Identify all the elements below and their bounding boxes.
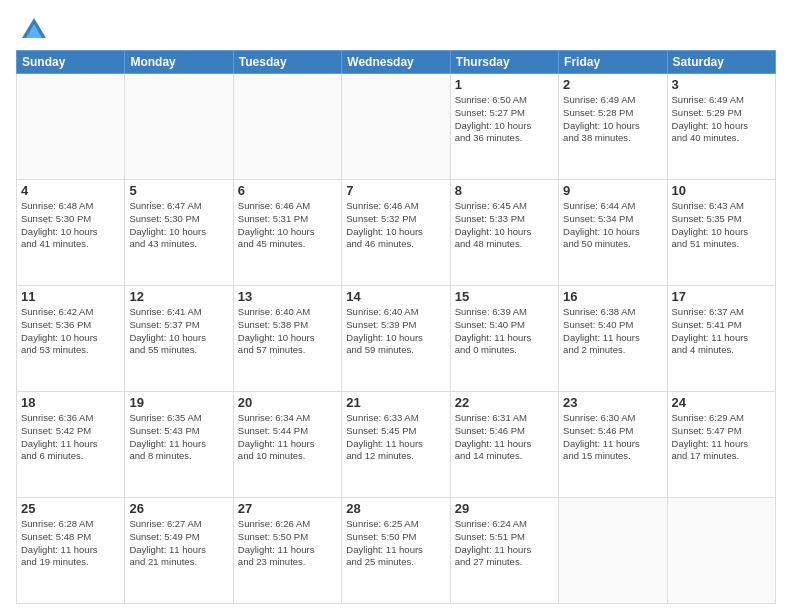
- calendar-cell: 27Sunrise: 6:26 AM Sunset: 5:50 PM Dayli…: [233, 498, 341, 604]
- day-info: Sunrise: 6:40 AM Sunset: 5:38 PM Dayligh…: [238, 306, 337, 357]
- calendar-cell: 1Sunrise: 6:50 AM Sunset: 5:27 PM Daylig…: [450, 74, 558, 180]
- day-info: Sunrise: 6:46 AM Sunset: 5:32 PM Dayligh…: [346, 200, 445, 251]
- calendar-cell: [559, 498, 667, 604]
- day-info: Sunrise: 6:36 AM Sunset: 5:42 PM Dayligh…: [21, 412, 120, 463]
- calendar-cell: 18Sunrise: 6:36 AM Sunset: 5:42 PM Dayli…: [17, 392, 125, 498]
- day-number: 9: [563, 183, 662, 198]
- day-info: Sunrise: 6:49 AM Sunset: 5:29 PM Dayligh…: [672, 94, 771, 145]
- day-number: 7: [346, 183, 445, 198]
- day-info: Sunrise: 6:40 AM Sunset: 5:39 PM Dayligh…: [346, 306, 445, 357]
- calendar-cell: [667, 498, 775, 604]
- day-number: 3: [672, 77, 771, 92]
- calendar-weekday-wednesday: Wednesday: [342, 51, 450, 74]
- calendar-weekday-monday: Monday: [125, 51, 233, 74]
- day-number: 24: [672, 395, 771, 410]
- calendar-cell: 19Sunrise: 6:35 AM Sunset: 5:43 PM Dayli…: [125, 392, 233, 498]
- day-number: 19: [129, 395, 228, 410]
- calendar-weekday-sunday: Sunday: [17, 51, 125, 74]
- calendar-cell: 7Sunrise: 6:46 AM Sunset: 5:32 PM Daylig…: [342, 180, 450, 286]
- calendar-cell: [233, 74, 341, 180]
- calendar-cell: 3Sunrise: 6:49 AM Sunset: 5:29 PM Daylig…: [667, 74, 775, 180]
- calendar-cell: 20Sunrise: 6:34 AM Sunset: 5:44 PM Dayli…: [233, 392, 341, 498]
- calendar-weekday-friday: Friday: [559, 51, 667, 74]
- day-number: 14: [346, 289, 445, 304]
- day-info: Sunrise: 6:42 AM Sunset: 5:36 PM Dayligh…: [21, 306, 120, 357]
- calendar-week-row-3: 18Sunrise: 6:36 AM Sunset: 5:42 PM Dayli…: [17, 392, 776, 498]
- day-number: 17: [672, 289, 771, 304]
- day-number: 10: [672, 183, 771, 198]
- day-info: Sunrise: 6:50 AM Sunset: 5:27 PM Dayligh…: [455, 94, 554, 145]
- day-number: 23: [563, 395, 662, 410]
- day-info: Sunrise: 6:33 AM Sunset: 5:45 PM Dayligh…: [346, 412, 445, 463]
- calendar-cell: 15Sunrise: 6:39 AM Sunset: 5:40 PM Dayli…: [450, 286, 558, 392]
- day-info: Sunrise: 6:26 AM Sunset: 5:50 PM Dayligh…: [238, 518, 337, 569]
- calendar-cell: 21Sunrise: 6:33 AM Sunset: 5:45 PM Dayli…: [342, 392, 450, 498]
- calendar-cell: 6Sunrise: 6:46 AM Sunset: 5:31 PM Daylig…: [233, 180, 341, 286]
- day-info: Sunrise: 6:31 AM Sunset: 5:46 PM Dayligh…: [455, 412, 554, 463]
- day-number: 18: [21, 395, 120, 410]
- calendar-week-row-4: 25Sunrise: 6:28 AM Sunset: 5:48 PM Dayli…: [17, 498, 776, 604]
- day-number: 4: [21, 183, 120, 198]
- day-info: Sunrise: 6:46 AM Sunset: 5:31 PM Dayligh…: [238, 200, 337, 251]
- day-info: Sunrise: 6:49 AM Sunset: 5:28 PM Dayligh…: [563, 94, 662, 145]
- calendar-cell: 2Sunrise: 6:49 AM Sunset: 5:28 PM Daylig…: [559, 74, 667, 180]
- calendar-weekday-thursday: Thursday: [450, 51, 558, 74]
- calendar-cell: 10Sunrise: 6:43 AM Sunset: 5:35 PM Dayli…: [667, 180, 775, 286]
- day-info: Sunrise: 6:37 AM Sunset: 5:41 PM Dayligh…: [672, 306, 771, 357]
- calendar-cell: [342, 74, 450, 180]
- calendar-cell: 11Sunrise: 6:42 AM Sunset: 5:36 PM Dayli…: [17, 286, 125, 392]
- logo-icon: [20, 16, 48, 44]
- calendar-cell: 22Sunrise: 6:31 AM Sunset: 5:46 PM Dayli…: [450, 392, 558, 498]
- calendar-cell: 28Sunrise: 6:25 AM Sunset: 5:50 PM Dayli…: [342, 498, 450, 604]
- header: [16, 12, 776, 44]
- day-number: 20: [238, 395, 337, 410]
- day-info: Sunrise: 6:44 AM Sunset: 5:34 PM Dayligh…: [563, 200, 662, 251]
- day-number: 26: [129, 501, 228, 516]
- calendar-cell: 9Sunrise: 6:44 AM Sunset: 5:34 PM Daylig…: [559, 180, 667, 286]
- day-number: 6: [238, 183, 337, 198]
- day-number: 13: [238, 289, 337, 304]
- day-info: Sunrise: 6:29 AM Sunset: 5:47 PM Dayligh…: [672, 412, 771, 463]
- calendar-cell: 29Sunrise: 6:24 AM Sunset: 5:51 PM Dayli…: [450, 498, 558, 604]
- day-info: Sunrise: 6:39 AM Sunset: 5:40 PM Dayligh…: [455, 306, 554, 357]
- day-number: 25: [21, 501, 120, 516]
- day-number: 2: [563, 77, 662, 92]
- day-number: 28: [346, 501, 445, 516]
- day-number: 16: [563, 289, 662, 304]
- day-info: Sunrise: 6:24 AM Sunset: 5:51 PM Dayligh…: [455, 518, 554, 569]
- day-number: 1: [455, 77, 554, 92]
- calendar-cell: 26Sunrise: 6:27 AM Sunset: 5:49 PM Dayli…: [125, 498, 233, 604]
- calendar-cell: 25Sunrise: 6:28 AM Sunset: 5:48 PM Dayli…: [17, 498, 125, 604]
- day-number: 8: [455, 183, 554, 198]
- day-number: 27: [238, 501, 337, 516]
- day-number: 11: [21, 289, 120, 304]
- day-number: 12: [129, 289, 228, 304]
- calendar-cell: 24Sunrise: 6:29 AM Sunset: 5:47 PM Dayli…: [667, 392, 775, 498]
- day-info: Sunrise: 6:45 AM Sunset: 5:33 PM Dayligh…: [455, 200, 554, 251]
- day-number: 22: [455, 395, 554, 410]
- calendar-cell: 16Sunrise: 6:38 AM Sunset: 5:40 PM Dayli…: [559, 286, 667, 392]
- calendar-table: SundayMondayTuesdayWednesdayThursdayFrid…: [16, 50, 776, 604]
- logo: [16, 16, 48, 44]
- day-number: 29: [455, 501, 554, 516]
- calendar-cell: [17, 74, 125, 180]
- calendar-week-row-2: 11Sunrise: 6:42 AM Sunset: 5:36 PM Dayli…: [17, 286, 776, 392]
- day-info: Sunrise: 6:48 AM Sunset: 5:30 PM Dayligh…: [21, 200, 120, 251]
- day-number: 15: [455, 289, 554, 304]
- calendar-weekday-saturday: Saturday: [667, 51, 775, 74]
- day-number: 21: [346, 395, 445, 410]
- day-info: Sunrise: 6:27 AM Sunset: 5:49 PM Dayligh…: [129, 518, 228, 569]
- day-info: Sunrise: 6:35 AM Sunset: 5:43 PM Dayligh…: [129, 412, 228, 463]
- calendar-header-row: SundayMondayTuesdayWednesdayThursdayFrid…: [17, 51, 776, 74]
- calendar-cell: 4Sunrise: 6:48 AM Sunset: 5:30 PM Daylig…: [17, 180, 125, 286]
- page: SundayMondayTuesdayWednesdayThursdayFrid…: [0, 0, 792, 612]
- calendar-cell: 13Sunrise: 6:40 AM Sunset: 5:38 PM Dayli…: [233, 286, 341, 392]
- calendar-cell: 5Sunrise: 6:47 AM Sunset: 5:30 PM Daylig…: [125, 180, 233, 286]
- calendar-cell: [125, 74, 233, 180]
- day-info: Sunrise: 6:28 AM Sunset: 5:48 PM Dayligh…: [21, 518, 120, 569]
- calendar-week-row-1: 4Sunrise: 6:48 AM Sunset: 5:30 PM Daylig…: [17, 180, 776, 286]
- day-info: Sunrise: 6:47 AM Sunset: 5:30 PM Dayligh…: [129, 200, 228, 251]
- day-info: Sunrise: 6:30 AM Sunset: 5:46 PM Dayligh…: [563, 412, 662, 463]
- day-info: Sunrise: 6:41 AM Sunset: 5:37 PM Dayligh…: [129, 306, 228, 357]
- calendar-cell: 12Sunrise: 6:41 AM Sunset: 5:37 PM Dayli…: [125, 286, 233, 392]
